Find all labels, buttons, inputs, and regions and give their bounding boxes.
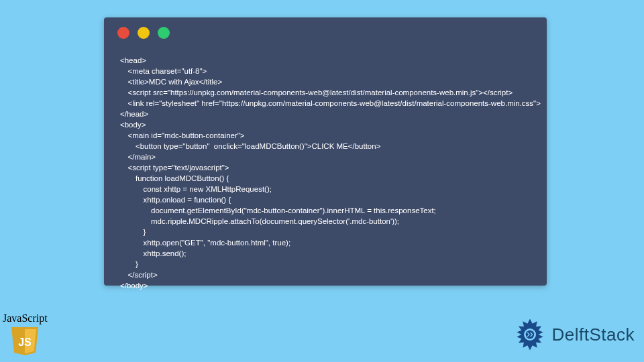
javascript-label: JavaScript: [3, 312, 48, 324]
brand: DelftStack: [512, 316, 635, 353]
window-maximize-icon: [158, 27, 170, 39]
svg-point-4: [525, 330, 534, 339]
code-block: <head> <meta charset="utf-8"> <title>MDC…: [120, 55, 533, 291]
window-close-icon: [117, 27, 129, 39]
brand-logo-icon: [512, 316, 548, 353]
brand-text: DelftStack: [552, 324, 635, 345]
window-minimize-icon: [138, 27, 150, 39]
code-window: <head> <meta charset="utf-8"> <title>MDC…: [104, 17, 547, 286]
javascript-logo-icon: JS: [10, 326, 40, 355]
javascript-badge: JavaScript JS: [3, 312, 48, 355]
traffic-lights: [117, 27, 170, 39]
js-logo-text: JS: [19, 337, 32, 348]
